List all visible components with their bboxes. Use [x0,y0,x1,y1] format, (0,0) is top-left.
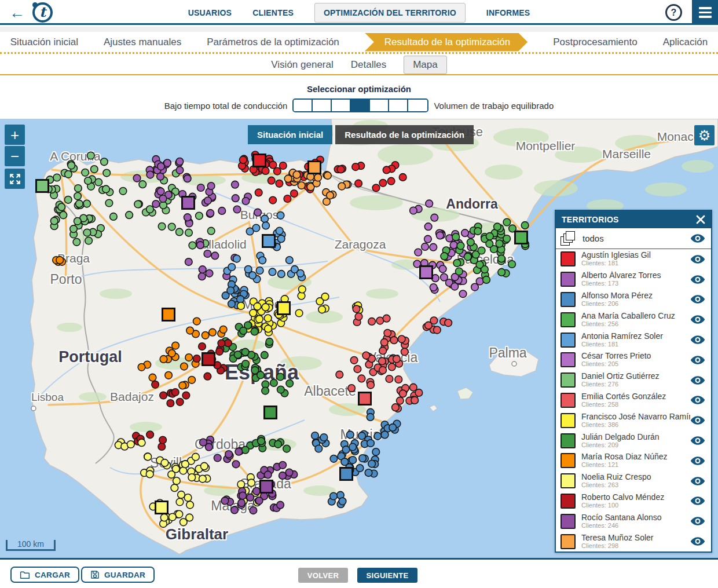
territory-row[interactable]: Julián Delgado DuránClientes: 209 [556,430,711,451]
territory-row[interactable]: Alberto Álvarez TorresClientes: 173 [556,269,711,290]
territory-row[interactable]: Antonia Ramírez SolerClientes: 181 [556,330,711,350]
territory-row[interactable]: Daniel Ortiz GutiérrezClientes: 276 [556,370,711,390]
eye-icon[interactable] [690,436,705,445]
top-header: ← t USUARIOSCLIENTESOPTIMIZACIÓN DEL TER… [0,0,718,25]
territory-name: Antonia Ramírez Soler [581,332,690,341]
subtab-1[interactable]: Detalles [351,59,386,71]
eye-icon[interactable] [690,496,705,506]
cargar-button[interactable]: CARGAR [10,567,79,583]
territory-row[interactable]: Alfonso Mora PérezClientes: 206 [556,290,711,310]
territory-name: Daniel Ortiz Gutiérrez [581,372,690,381]
optimizer-title: Seleccionar optimización [0,84,718,94]
optimization-slider[interactable] [292,98,428,112]
wizard-step-5[interactable]: Aplicación [663,36,708,48]
eye-icon[interactable] [690,456,705,466]
layers-icon [561,231,576,246]
territory-row[interactable]: Roberto Calvo MéndezClientes: 100 [556,491,711,512]
territories-panel-title: TERRITORIOS [562,215,619,224]
slider-segment-2[interactable] [332,100,351,111]
territory-all-row[interactable]: todos [556,228,711,249]
svg-text:Lisboa: Lisboa [31,391,64,403]
map-subtabs: Visión generalDetallesMapa [0,56,718,75]
territory-row[interactable]: Rocío Santana AlonsoClientes: 246 [556,511,711,531]
svg-text:Portugal: Portugal [58,348,122,366]
territory-row[interactable]: Noelia Ruiz CrespoClientes: 263 [556,471,711,491]
slider-segment-1[interactable] [313,100,332,111]
hamburger-menu-icon[interactable] [692,0,718,25]
territory-list: Agustín Iglesias GilClientes: 181 Albert… [556,249,711,552]
territory-row[interactable]: Francisco José Navarro RamírezClientes: … [556,410,711,430]
main-nav: USUARIOSCLIENTESOPTIMIZACIÓN DEL TERRITO… [93,0,625,25]
wizard-step-0[interactable]: Situación inicial [10,36,78,48]
svg-text:Montpellier: Montpellier [516,139,576,152]
nav-item-0[interactable]: USUARIOS [188,8,232,17]
svg-text:Palma: Palma [489,345,526,360]
close-icon[interactable] [696,215,705,224]
siguiente-button[interactable]: SIGUIENTE [357,568,417,583]
territory-row[interactable]: Agustín Iglesias GilClientes: 181 [556,249,711,269]
wizard-step-4[interactable]: Postprocesamiento [553,36,638,48]
logo-dot-icon [32,2,38,8]
eye-icon[interactable] [690,355,705,365]
map-view-toggle: Situación inicial Resultado de la optimi… [248,125,474,144]
slider-segment-0[interactable] [294,100,313,111]
territory-row[interactable]: César Torres PrietoClientes: 205 [556,350,711,370]
territory-row[interactable]: Emilia Cortés GonzálezClientes: 258 [556,390,711,411]
zoom-in-button[interactable]: + [5,125,25,145]
eye-icon[interactable] [690,275,705,284]
territory-name: Alberto Álvarez Torres [581,271,690,280]
guardar-label: GUARDAR [104,571,145,579]
eye-icon[interactable] [690,254,705,264]
eye-icon[interactable] [690,516,705,526]
guardar-button[interactable]: GUARDAR [81,567,155,583]
svg-text:Gibraltar: Gibraltar [166,525,228,543]
optimization-selector: Seleccionar optimización Bajo tiempo tot… [0,76,718,119]
help-icon[interactable]: ? [665,4,682,21]
situacion-inicial-button[interactable]: Situación inicial [248,125,332,144]
territory-color-swatch [561,433,576,448]
territory-color-swatch [561,514,576,529]
territory-row[interactable]: Teresa Muñoz SolerClientes: 298 [556,531,711,552]
svg-text:Marseille: Marseille [602,147,651,160]
slider-segment-6[interactable] [408,100,427,111]
territory-clientes-count: Clientes: 276 [581,381,690,388]
nav-item-3[interactable]: INFORMES [486,8,530,17]
map-settings-gear-icon[interactable]: ⚙ [694,125,715,145]
territory-clientes-count: Clientes: 181 [581,260,690,267]
fullscreen-button[interactable] [5,169,25,189]
wizard-step-1[interactable]: Ajustes manuales [104,36,181,48]
wizard-step-2[interactable]: Parámetros de la optimización [207,36,339,48]
eye-icon[interactable] [690,395,705,405]
eye-icon[interactable] [690,294,705,304]
slider-segment-4[interactable] [370,100,389,111]
eye-icon[interactable] [690,536,705,546]
subtab-0[interactable]: Visión general [271,59,333,71]
eye-icon[interactable] [690,476,705,486]
territory-name: Alfonso Mora Pérez [581,291,690,300]
nav-item-2[interactable]: OPTIMIZACIÓN DEL TERRITORIO [314,3,466,23]
map-canvas[interactable]: ToulouseMontpellierMarseilleMonacoAndorr… [0,119,718,558]
optimizer-left-label: Bajo tiempo total de conducción [164,101,288,111]
resultado-optimizacion-button[interactable]: Resultado de la optimización [335,125,474,144]
eye-icon[interactable] [690,415,705,425]
territory-color-swatch [561,333,576,348]
territory-clientes-count: Clientes: 246 [581,522,690,529]
expand-icon [8,172,22,186]
volver-button[interactable]: VOLVER [298,568,348,583]
slider-segment-5[interactable] [389,100,408,111]
eye-icon[interactable] [690,335,705,345]
territory-name: María Rosa Diaz Núñez [581,452,690,461]
wizard-step-3[interactable]: Resultado de la optimización [365,33,527,52]
territory-color-swatch [561,312,576,327]
folder-icon [20,571,30,579]
back-icon[interactable]: ← [9,2,25,23]
subtab-2[interactable]: Mapa [404,56,447,74]
eye-icon[interactable] [690,315,705,324]
nav-item-1[interactable]: CLIENTES [252,8,294,17]
territory-row[interactable]: María Rosa Diaz NúñezClientes: 121 [556,451,711,471]
slider-segment-3[interactable] [351,100,370,111]
eye-icon[interactable] [690,233,705,243]
eye-icon[interactable] [690,375,705,385]
zoom-out-button[interactable]: − [5,146,25,166]
territory-row[interactable]: Ana María Caballero CruzClientes: 256 [556,309,711,330]
